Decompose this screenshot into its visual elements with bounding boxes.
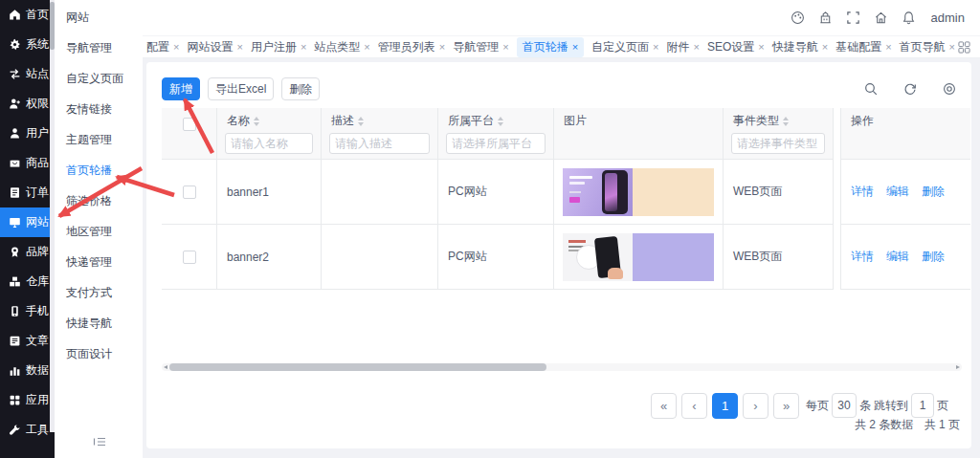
tab-close-icon[interactable]: × <box>758 41 764 53</box>
sort-icon[interactable] <box>254 117 259 126</box>
action-detail-link[interactable]: 详情 <box>851 249 874 265</box>
tab-首页导航[interactable]: 首页导航× <box>900 37 955 57</box>
tab-close-icon[interactable]: × <box>301 41 306 53</box>
notification-bell-icon[interactable] <box>902 11 916 25</box>
delete-button[interactable]: 删除 <box>281 77 320 100</box>
sort-icon[interactable] <box>358 117 364 126</box>
column-header-event[interactable]: 事件类型 <box>733 113 779 129</box>
tab-基础配置[interactable]: 基础配置× <box>835 37 891 57</box>
export-excel-button[interactable]: 导出Excel <box>208 77 274 100</box>
submenu-item[interactable]: 自定义页面 <box>55 63 143 94</box>
column-header-platform[interactable]: 所属平台 <box>448 113 494 129</box>
jump-page-input[interactable] <box>911 393 934 418</box>
sort-icon[interactable] <box>498 117 503 126</box>
sidebar-item-gear[interactable]: 系统 <box>0 30 50 59</box>
tab-附件[interactable]: 附件× <box>667 37 700 57</box>
submenu-item[interactable]: 导航管理 <box>55 33 143 63</box>
action-edit-link[interactable]: 编辑 <box>886 184 909 200</box>
action-edit-link[interactable]: 编辑 <box>886 249 909 265</box>
last-page-button[interactable]: » <box>773 393 799 419</box>
refresh-icon[interactable] <box>903 82 917 96</box>
sidebar-item-phone[interactable]: 手机 <box>0 296 50 326</box>
submenu-item[interactable]: 支付方式 <box>55 277 143 308</box>
tab-站点类型[interactable]: 站点类型× <box>314 37 369 57</box>
tab-SEO设置[interactable]: SEO设置× <box>707 37 765 57</box>
column-header-desc[interactable]: 描述 <box>331 113 354 129</box>
sidebar-item-order[interactable]: 订单 <box>0 178 50 207</box>
sidebar-item-apps[interactable]: 应用 <box>0 385 50 415</box>
sidebar-item-monitor[interactable]: 网站 <box>0 207 50 237</box>
horizontal-scrollbar[interactable] <box>162 363 962 371</box>
add-button[interactable]: 新增 <box>162 77 200 100</box>
tab-自定义页面[interactable]: 自定义页面× <box>591 37 658 57</box>
sidebar-scrollbar-thumb[interactable] <box>50 2 55 50</box>
fullscreen-icon[interactable] <box>846 11 860 25</box>
sidebar-item-goods[interactable]: 商品 <box>0 148 50 178</box>
tab-配置[interactable]: 配置× <box>146 37 179 57</box>
scrollbar-left-arrow[interactable] <box>164 365 167 369</box>
tab-list-icon[interactable] <box>958 41 970 54</box>
submenu-item[interactable]: 地区管理 <box>55 216 143 247</box>
row-checkbox[interactable] <box>183 251 196 264</box>
per-page-input[interactable] <box>832 393 857 418</box>
submenu-item[interactable]: 主题管理 <box>55 124 143 155</box>
sidebar-scrollbar[interactable] <box>50 0 55 432</box>
sidebar-item-home[interactable]: 首页 <box>0 0 50 30</box>
tab-网站设置[interactable]: 网站设置× <box>187 37 242 57</box>
submenu-item[interactable]: 友情链接 <box>55 94 143 124</box>
submenu-item[interactable]: 快递管理 <box>55 247 143 277</box>
submenu-item[interactable]: 网站 <box>55 2 143 33</box>
tab-close-icon[interactable]: × <box>949 41 955 53</box>
sidebar-item-chart[interactable]: 数据 <box>0 356 50 385</box>
tab-close-icon[interactable]: × <box>822 41 828 53</box>
sidebar-item-brand[interactable]: 品牌 <box>0 237 50 267</box>
sidebar-item-user-plus[interactable]: 权限 <box>0 89 50 119</box>
search-icon[interactable] <box>864 82 878 96</box>
theme-palette-icon[interactable] <box>791 11 805 25</box>
tab-close-icon[interactable]: × <box>439 41 445 53</box>
sidebar-item-article[interactable]: 文章 <box>0 326 50 356</box>
filter-desc-input[interactable] <box>329 133 430 154</box>
sidebar-item-swap[interactable]: 站点 <box>0 59 50 89</box>
filter-platform-input[interactable] <box>446 133 546 154</box>
submenu-item[interactable]: 快捷导航 <box>55 308 143 338</box>
sort-icon[interactable] <box>783 117 789 126</box>
next-page-button[interactable]: › <box>743 393 768 419</box>
tab-close-icon[interactable]: × <box>173 41 179 53</box>
tab-导航管理[interactable]: 导航管理× <box>453 37 508 57</box>
username[interactable]: admin <box>931 11 965 25</box>
action-delete-link[interactable]: 删除 <box>922 184 945 200</box>
sidebar-item-user[interactable]: 用户 <box>0 119 50 148</box>
page-1-button[interactable]: 1 <box>712 393 738 419</box>
submenu-item[interactable]: 页面设计 <box>55 338 143 369</box>
scrollbar-right-arrow[interactable] <box>956 365 960 369</box>
prev-page-button[interactable]: ‹ <box>681 393 707 419</box>
action-detail-link[interactable]: 详情 <box>851 184 874 200</box>
tab-首页轮播[interactable]: 首页轮播× <box>517 37 584 57</box>
horizontal-scrollbar-thumb[interactable] <box>169 363 546 371</box>
sidebar-item-tools[interactable]: 工具 <box>0 415 50 445</box>
row-checkbox[interactable] <box>183 185 196 199</box>
filter-name-input[interactable] <box>225 133 313 154</box>
tab-close-icon[interactable]: × <box>572 41 578 53</box>
sidebar-item-warehouse[interactable]: 仓库 <box>0 267 50 296</box>
tab-close-icon[interactable]: × <box>694 41 700 53</box>
tab-close-icon[interactable]: × <box>885 41 891 53</box>
tab-用户注册[interactable]: 用户注册× <box>251 37 306 57</box>
home-icon[interactable] <box>874 11 888 25</box>
tab-快捷导航[interactable]: 快捷导航× <box>772 37 828 57</box>
tab-close-icon[interactable]: × <box>236 41 242 53</box>
filter-event-input[interactable] <box>731 133 825 154</box>
collapse-menu-icon[interactable] <box>93 435 106 448</box>
submenu-item[interactable]: 筛选价格 <box>55 185 143 216</box>
tab-close-icon[interactable]: × <box>364 41 369 53</box>
tab-close-icon[interactable]: × <box>653 41 658 53</box>
column-header-name[interactable]: 名称 <box>227 113 250 129</box>
action-delete-link[interactable]: 删除 <box>922 249 945 265</box>
tab-管理员列表[interactable]: 管理员列表× <box>378 37 445 57</box>
lock-screen-icon[interactable] <box>818 11 833 25</box>
submenu-item[interactable]: 首页轮播 <box>55 155 143 185</box>
tab-close-icon[interactable]: × <box>502 41 508 53</box>
select-all-checkbox[interactable] <box>183 118 196 131</box>
settings-icon[interactable] <box>943 82 956 96</box>
